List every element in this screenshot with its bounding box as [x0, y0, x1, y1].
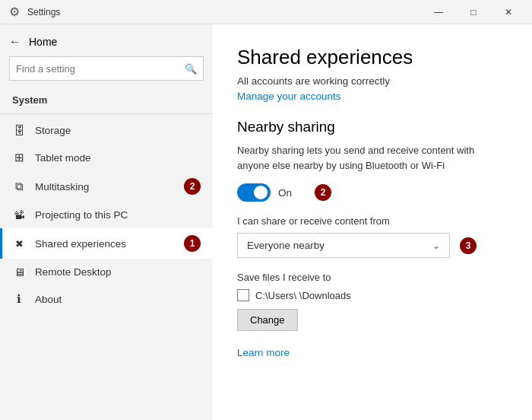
- shared-icon: ✖: [12, 238, 26, 250]
- annotation-2: 2: [184, 178, 201, 195]
- annotation-1: 1: [184, 235, 201, 252]
- nearby-sharing-title: Nearby sharing: [237, 119, 508, 135]
- sidebar-item-shared-experiences[interactable]: ✖ Shared experiences 1: [0, 228, 213, 259]
- search-input[interactable]: [16, 63, 185, 75]
- sidebar-item-label: About: [35, 294, 201, 305]
- home-label: Home: [29, 36, 57, 48]
- content-area: Shared experiences All accounts are work…: [213, 24, 532, 420]
- sidebar-item-remote-desktop[interactable]: 🖥 Remote Desktop: [0, 259, 213, 285]
- tablet-icon: ⊞: [12, 151, 26, 164]
- file-checkbox[interactable]: [237, 289, 249, 301]
- annotation-2-content: 2: [315, 184, 331, 201]
- search-box[interactable]: 🔍: [9, 56, 204, 81]
- nearby-toggle[interactable]: [237, 183, 271, 202]
- remote-icon: 🖥: [12, 266, 26, 278]
- toggle-row: On 2: [237, 183, 508, 202]
- about-icon: ℹ: [12, 292, 26, 306]
- sidebar-item-label: Projecting to this PC: [35, 209, 201, 221]
- dropdown-value: Everyone nearby: [247, 240, 325, 251]
- storage-icon: 🗄: [12, 124, 26, 137]
- sidebar-section-title: System: [0, 91, 213, 110]
- manage-accounts-link[interactable]: Manage your accounts: [237, 91, 341, 102]
- share-dropdown[interactable]: Everyone nearby ⌄ 3: [237, 233, 450, 258]
- sidebar-item-projecting[interactable]: 📽 Projecting to this PC: [0, 202, 213, 228]
- minimize-button[interactable]: —: [421, 0, 456, 24]
- file-path-row: C:\Users\ \Downloads: [237, 289, 508, 301]
- settings-icon: ⚙: [9, 5, 20, 19]
- title-bar-controls: — □ ✕: [421, 0, 526, 24]
- share-from-label: I can share or receive content from: [237, 215, 508, 227]
- title-bar-left: ⚙ Settings: [9, 5, 60, 19]
- toggle-label: On: [278, 187, 292, 199]
- sidebar: ← Home 🔍 System 🗄 Storage ⊞ Tablet mode …: [0, 24, 213, 420]
- sidebar-item-tablet-mode[interactable]: ⊞ Tablet mode: [0, 144, 213, 171]
- page-title: Shared experiences: [237, 46, 508, 69]
- sidebar-item-label: Multitasking: [35, 181, 175, 192]
- annotation-3: 3: [460, 237, 477, 254]
- back-arrow-icon: ←: [9, 35, 21, 49]
- close-button[interactable]: ✕: [491, 0, 526, 24]
- sidebar-item-storage[interactable]: 🗄 Storage: [0, 117, 213, 144]
- status-text: All accounts are working correctly: [237, 75, 508, 87]
- title-bar: ⚙ Settings — □ ✕: [0, 0, 532, 24]
- project-icon: 📽: [12, 208, 26, 221]
- change-button[interactable]: Change: [237, 309, 298, 331]
- nearby-desc: Nearby sharing lets you send and receive…: [237, 143, 496, 173]
- file-path: C:\Users\ \Downloads: [255, 290, 351, 301]
- save-files-label: Save files I receive to: [237, 272, 508, 283]
- search-icon: 🔍: [185, 63, 197, 75]
- sidebar-top: ← Home: [0, 24, 213, 56]
- title-bar-title: Settings: [27, 7, 60, 18]
- back-button[interactable]: ←: [9, 35, 21, 49]
- sidebar-item-label: Tablet mode: [35, 152, 201, 164]
- sidebar-item-label: Shared experiences: [35, 238, 175, 250]
- chevron-down-icon: ⌄: [432, 240, 440, 251]
- multitasking-icon: ⧉: [12, 180, 26, 193]
- sidebar-item-label: Remote Desktop: [35, 266, 201, 278]
- sidebar-item-about[interactable]: ℹ About: [0, 285, 213, 313]
- sidebar-item-label: Storage: [35, 125, 201, 136]
- sidebar-divider: [0, 113, 213, 114]
- main-container: ← Home 🔍 System 🗄 Storage ⊞ Tablet mode …: [0, 24, 532, 420]
- learn-more-link[interactable]: Learn more: [237, 347, 290, 358]
- sidebar-item-multitasking[interactable]: ⧉ Multitasking 2: [0, 171, 213, 202]
- maximize-button[interactable]: □: [456, 0, 491, 24]
